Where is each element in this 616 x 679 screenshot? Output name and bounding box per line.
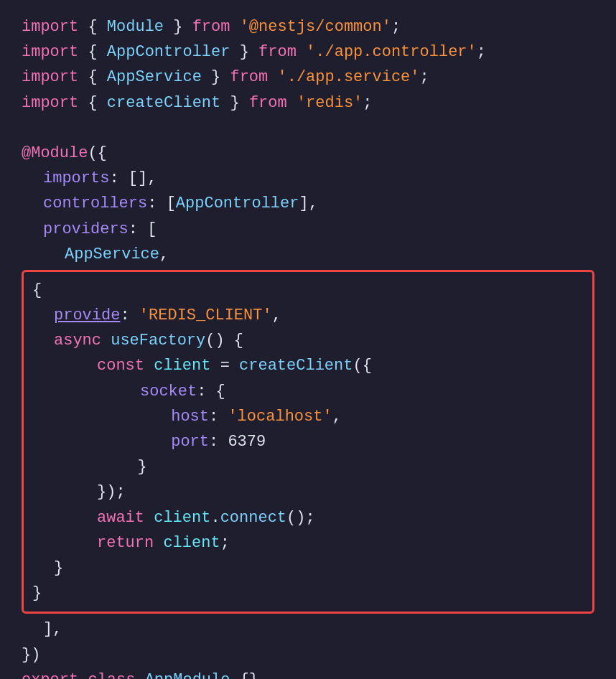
identifier-use-factory: useFactory (111, 328, 205, 353)
code-line: controllers : [ AppController ], (22, 191, 594, 216)
code-line: import { AppService } from './app.servic… (22, 65, 594, 90)
keyword-import: import (22, 65, 78, 90)
string-nestjs-common: '@nestjs/common' (240, 14, 391, 39)
code-line: export class AppModule {} (22, 668, 594, 679)
identifier-create-client: createClient (107, 90, 220, 116)
code-line: } (32, 454, 584, 479)
keyword-import: import (22, 90, 78, 116)
highlighted-code-block: { provide : 'REDIS_CLIENT' , async useFa… (22, 270, 594, 614)
code-line: async useFactory () { (32, 328, 584, 353)
keyword-async: async (54, 328, 101, 353)
property-host: host (171, 404, 209, 429)
string-localhost: 'localhost' (228, 404, 332, 429)
property-imports: imports (43, 166, 109, 191)
string-app-controller: './app.controller' (306, 39, 477, 65)
code-line: await client . connect (); (32, 505, 584, 530)
keyword-from: from (192, 14, 230, 39)
code-line: }) (22, 642, 594, 668)
identifier-app-module: AppModule (145, 668, 230, 679)
var-client: client (154, 353, 210, 378)
code-line-blank (22, 116, 594, 141)
code-line: { (32, 278, 584, 303)
code-editor: import { Module } from '@nestjs/common' … (0, 0, 616, 679)
keyword-import: import (22, 39, 78, 65)
property-controllers: controllers (43, 191, 147, 216)
property-providers: providers (43, 217, 129, 242)
keyword-const: const (97, 353, 144, 378)
code-line: import { AppController } from './app.con… (22, 39, 594, 65)
code-line: }); (32, 479, 584, 505)
keyword-export: export (22, 668, 78, 679)
code-line: ], (22, 617, 594, 642)
code-line: const client = createClient ({ (32, 353, 584, 378)
number-6379: 6379 (228, 429, 266, 454)
code-line: AppService , (22, 242, 594, 267)
identifier-app-service: AppService (107, 65, 202, 90)
code-line: return client ; (32, 530, 584, 556)
code-line: @Module ({ (22, 141, 594, 166)
code-line: socket : { (32, 379, 584, 404)
string-redis: 'redis' (297, 90, 363, 116)
identifier-app-controller-ref: AppController (176, 191, 299, 216)
code-line: provide : 'REDIS_CLIENT' , (32, 303, 584, 328)
keyword-from: from (230, 65, 268, 90)
keyword-await: await (97, 505, 144, 530)
keyword-from: from (258, 39, 297, 65)
identifier-create-client-call: createClient (239, 353, 353, 378)
code-line: import { Module } from '@nestjs/common' … (22, 14, 594, 39)
var-client-ref: client (154, 505, 210, 530)
decorator-module: @Module (22, 141, 88, 166)
code-line: import { createClient } from 'redis' ; (22, 90, 594, 116)
code-line: providers : [ (22, 217, 594, 242)
keyword-import: import (22, 14, 78, 39)
code-line: imports : [], (22, 166, 594, 191)
code-line: } (32, 556, 584, 581)
identifier-module: Module (107, 14, 164, 39)
code-line: } (32, 581, 584, 606)
method-connect: connect (220, 505, 286, 530)
string-redis-client: 'REDIS_CLIENT' (139, 303, 272, 328)
string-app-service: './app.service' (277, 65, 419, 90)
keyword-class: class (88, 668, 135, 679)
identifier-app-controller: AppController (107, 39, 230, 65)
property-socket: socket (140, 379, 197, 404)
identifier-app-service-ref: AppService (65, 242, 159, 267)
keyword-return: return (97, 530, 154, 556)
property-provide: provide (54, 303, 120, 328)
property-port: port (171, 429, 209, 454)
keyword-from: from (249, 90, 287, 116)
code-line: host : 'localhost' , (32, 404, 584, 429)
var-client-return: client (163, 530, 220, 556)
code-line: port : 6379 (32, 429, 584, 454)
